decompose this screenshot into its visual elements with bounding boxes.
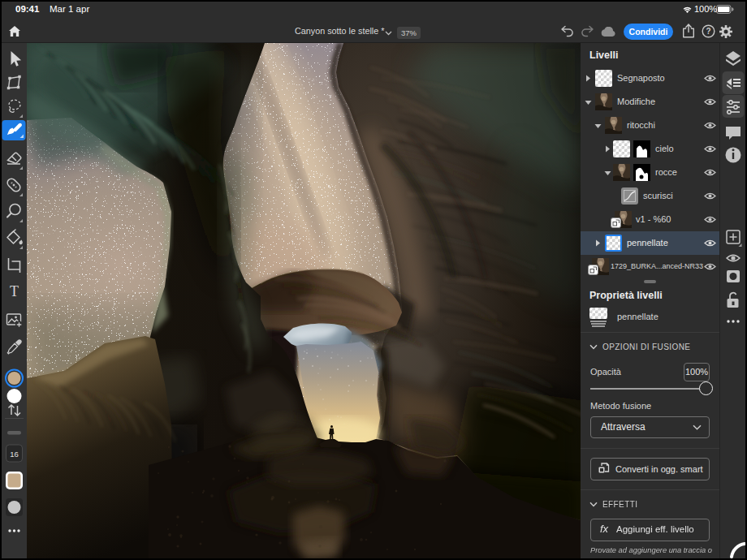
svg-text:?: ? bbox=[706, 27, 710, 36]
svg-text:16: 16 bbox=[10, 450, 19, 459]
svg-text:T: T bbox=[10, 283, 19, 299]
